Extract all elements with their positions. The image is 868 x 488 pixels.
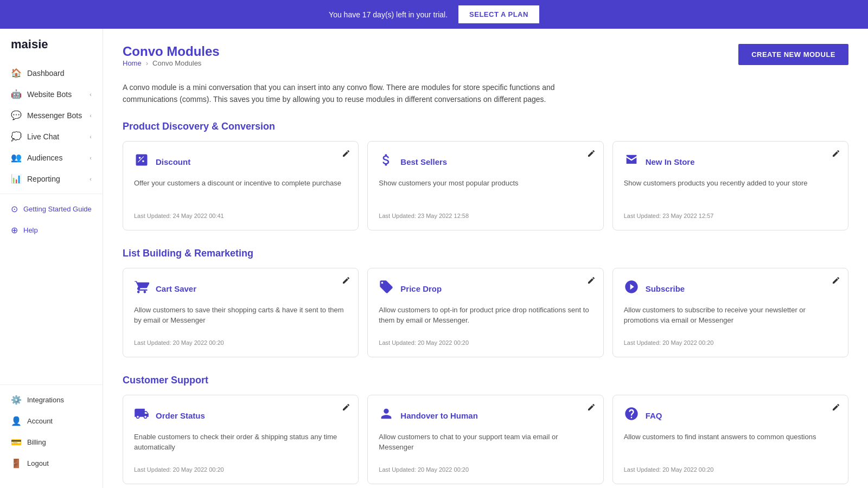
breadcrumb-home[interactable]: Home bbox=[123, 59, 142, 67]
section-title-product-discovery: Product Discovery & Conversion bbox=[123, 121, 848, 132]
card-price-drop[interactable]: Price Drop Allow customers to opt-in for… bbox=[367, 268, 603, 357]
card-last-updated: Last Updated: 20 May 2022 00:20 bbox=[379, 339, 592, 346]
sidebar-item-live-chat[interactable]: 💭 Live Chat ‹ bbox=[0, 126, 103, 147]
card-last-updated: Last Updated: 20 May 2022 00:20 bbox=[624, 466, 837, 473]
card-header: Price Drop bbox=[379, 279, 592, 298]
card-title: Subscribe bbox=[646, 284, 685, 293]
section-list-building: List Building & Remarketing Cart Saver A… bbox=[123, 248, 848, 357]
chevron-icon: ‹ bbox=[90, 133, 92, 140]
card-title: New In Store bbox=[646, 157, 695, 166]
chevron-icon: ‹ bbox=[90, 91, 92, 98]
card-best-sellers[interactable]: Best Sellers Show customers your most po… bbox=[367, 141, 603, 230]
sidebar-item-website-bots[interactable]: 🤖 Website Bots ‹ bbox=[0, 84, 103, 105]
sidebar-item-label: Live Chat bbox=[27, 132, 59, 141]
integrations-icon: ⚙️ bbox=[11, 395, 22, 405]
card-handover-to-human[interactable]: Handover to Human Allow customers to cha… bbox=[367, 395, 603, 484]
card-description: Allow customers to subscribe to receive … bbox=[624, 305, 837, 332]
audiences-icon: 👥 bbox=[11, 152, 22, 163]
card-description: Allow customers to opt-in for product pr… bbox=[379, 305, 592, 332]
edit-icon[interactable] bbox=[587, 403, 596, 414]
edit-icon[interactable] bbox=[342, 276, 350, 287]
card-subscribe[interactable]: Subscribe Allow customers to subscribe t… bbox=[612, 268, 848, 357]
chevron-icon: ‹ bbox=[90, 155, 92, 161]
guide-label: Getting Started Guide bbox=[23, 205, 92, 213]
card-header: Order Status bbox=[134, 406, 347, 425]
sidebar-item-account[interactable]: 👤 Account bbox=[0, 410, 103, 432]
card-title: Price Drop bbox=[400, 284, 442, 293]
sidebar-item-label: Messenger Bots bbox=[27, 111, 82, 120]
cards-grid-product-discovery: Discount Offer your customers a discount… bbox=[123, 141, 848, 230]
section-customer-support: Customer Support Order Status Enable cus… bbox=[123, 375, 848, 484]
card-order-status[interactable]: Order Status Enable customers to check t… bbox=[123, 395, 359, 484]
card-header: Handover to Human bbox=[379, 406, 592, 425]
edit-icon[interactable] bbox=[832, 403, 840, 414]
edit-icon[interactable] bbox=[832, 276, 840, 287]
guide-icon: ⊙ bbox=[11, 204, 18, 214]
create-module-button[interactable]: CREATE NEW MODULE bbox=[738, 44, 848, 65]
sidebar-item-label: Website Bots bbox=[27, 90, 72, 99]
section-title-customer-support: Customer Support bbox=[123, 375, 848, 386]
help-link[interactable]: ⊕ Help bbox=[0, 220, 103, 241]
sidebar-item-label: Reporting bbox=[27, 175, 60, 183]
card-header: Subscribe bbox=[624, 279, 837, 298]
sidebar-item-audiences[interactable]: 👥 Audiences ‹ bbox=[0, 147, 103, 168]
question-icon bbox=[624, 406, 639, 425]
edit-icon[interactable] bbox=[587, 149, 596, 160]
sidebar-item-dashboard[interactable]: 🏠 Dashboard bbox=[0, 62, 103, 84]
reporting-icon: 📊 bbox=[11, 174, 22, 184]
account-icon: 👤 bbox=[11, 416, 22, 426]
edit-icon[interactable] bbox=[587, 276, 596, 287]
breadcrumb-current: Convo Modules bbox=[152, 59, 201, 67]
select-plan-button[interactable]: SELECT A PLAN bbox=[458, 5, 539, 23]
card-new-in-store[interactable]: New In Store Show customers products you… bbox=[612, 141, 848, 230]
card-header: Discount bbox=[134, 152, 347, 171]
cards-grid-list-building: Cart Saver Allow customers to save their… bbox=[123, 268, 848, 357]
banner-message: You have 17 day(s) left in your trial. bbox=[329, 10, 448, 19]
card-discount[interactable]: Discount Offer your customers a discount… bbox=[123, 141, 359, 230]
sidebar-nav: 🏠 Dashboard 🤖 Website Bots ‹ 💬 Messenger… bbox=[0, 62, 103, 375]
sidebar-item-messenger-bots[interactable]: 💬 Messenger Bots ‹ bbox=[0, 105, 103, 126]
dollar-icon bbox=[379, 152, 394, 171]
sidebar: maisie 🏠 Dashboard 🤖 Website Bots ‹ 💬 Me… bbox=[0, 29, 103, 488]
card-title: Best Sellers bbox=[400, 157, 447, 166]
card-last-updated: Last Updated: 20 May 2022 00:20 bbox=[134, 339, 347, 346]
sidebar-item-reporting[interactable]: 📊 Reporting ‹ bbox=[0, 168, 103, 189]
card-header: FAQ bbox=[624, 406, 837, 425]
messenger-bots-icon: 💬 bbox=[11, 110, 22, 120]
card-description: Show customers your most popular product… bbox=[379, 178, 592, 205]
card-cart-saver[interactable]: Cart Saver Allow customers to save their… bbox=[123, 268, 359, 357]
page-title: Convo Modules bbox=[123, 44, 220, 59]
sidebar-item-billing[interactable]: 💳 Billing bbox=[0, 432, 103, 453]
trial-banner: You have 17 day(s) left in your trial. S… bbox=[0, 0, 868, 29]
percent-icon bbox=[134, 152, 149, 171]
getting-started-guide-link[interactable]: ⊙ Getting Started Guide bbox=[0, 198, 103, 220]
sidebar-item-label: Billing bbox=[27, 438, 46, 446]
card-description: Show customers products you recently add… bbox=[624, 178, 837, 205]
sidebar-bottom: ⚙️ Integrations 👤 Account 💳 Billing 🚪 Lo… bbox=[0, 375, 103, 479]
cart-icon bbox=[134, 279, 149, 298]
breadcrumb: Home › Convo Modules bbox=[123, 59, 220, 67]
sidebar-item-label: Logout bbox=[27, 459, 49, 467]
edit-icon[interactable] bbox=[832, 149, 840, 160]
sidebar-item-logout[interactable]: 🚪 Logout bbox=[0, 453, 103, 474]
billing-icon: 💳 bbox=[11, 437, 22, 447]
card-faq[interactable]: FAQ Allow customers to find instant answ… bbox=[612, 395, 848, 484]
store-icon bbox=[624, 152, 639, 171]
help-icon: ⊕ bbox=[11, 225, 18, 235]
card-title: Discount bbox=[156, 157, 190, 166]
sidebar-item-label: Dashboard bbox=[27, 69, 65, 78]
edit-icon[interactable] bbox=[342, 149, 350, 160]
card-header: New In Store bbox=[624, 152, 837, 171]
tag-icon bbox=[379, 279, 394, 298]
live-chat-icon: 💭 bbox=[11, 131, 22, 142]
cards-grid-customer-support: Order Status Enable customers to check t… bbox=[123, 395, 848, 484]
card-title: Cart Saver bbox=[156, 284, 196, 293]
person-icon bbox=[379, 406, 394, 425]
sidebar-item-integrations[interactable]: ⚙️ Integrations bbox=[0, 389, 103, 410]
sidebar-item-label: Integrations bbox=[27, 396, 64, 404]
breadcrumb-separator: › bbox=[146, 59, 148, 67]
card-header: Best Sellers bbox=[379, 152, 592, 171]
card-header: Cart Saver bbox=[134, 279, 347, 298]
card-title: Order Status bbox=[156, 411, 205, 420]
edit-icon[interactable] bbox=[342, 403, 350, 414]
